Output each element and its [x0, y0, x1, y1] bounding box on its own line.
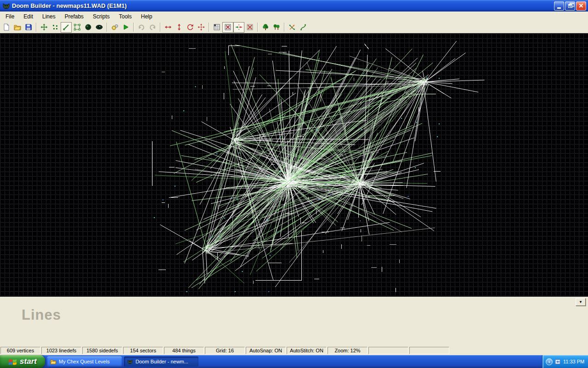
things-icon — [85, 23, 92, 31]
menubar: File Edit Lines Prefabs Scripts Tools He… — [0, 12, 588, 21]
close-icon: ✕ — [579, 3, 584, 9]
status-autosnap: AutoSnap: ON — [246, 347, 286, 354]
statusbar: 609 vertices 1023 linedefs 1580 sidedefs… — [0, 346, 588, 355]
menu-item-scripts[interactable]: Scripts — [88, 12, 114, 21]
trees-icon — [273, 23, 280, 31]
eye-icon — [96, 23, 103, 31]
windows-flag-icon — [8, 358, 17, 366]
start-button-label: start — [20, 357, 37, 366]
status-zoom: Zoom: 12% — [328, 347, 368, 354]
tree-icon — [262, 23, 269, 31]
toolbar — [0, 21, 588, 34]
lines-icon — [62, 23, 70, 31]
toolbar-separator — [209, 23, 209, 32]
menu-item-lines[interactable]: Lines — [38, 12, 60, 21]
doom-builder-icon — [127, 359, 133, 365]
flip-vertical-icon — [175, 23, 183, 31]
tray-update-icon[interactable] — [554, 358, 561, 365]
vertices-icon — [51, 23, 59, 31]
mode-panel-title: Lines — [22, 307, 61, 323]
window-controls: ✕ — [554, 1, 586, 11]
minimize-icon — [557, 7, 561, 9]
test-options-button[interactable] — [109, 22, 120, 33]
sectors-icon — [74, 23, 81, 31]
play-icon — [122, 23, 130, 31]
open-map-button[interactable] — [12, 22, 23, 33]
run-map-button[interactable] — [120, 22, 131, 33]
vertices-mode-button[interactable] — [50, 22, 61, 33]
curve-lines-icon — [300, 23, 307, 31]
things-mode-button[interactable] — [83, 22, 94, 33]
new-file-icon — [3, 23, 10, 31]
status-extra-1 — [368, 347, 408, 354]
sectors-mode-button[interactable] — [72, 22, 83, 33]
snap-to-grid-button[interactable] — [233, 22, 244, 33]
toolbar-separator — [284, 23, 285, 32]
status-sectors: 154 sectors — [123, 347, 163, 354]
flip-vertical-button[interactable] — [174, 22, 185, 33]
redo-button[interactable] — [147, 22, 158, 33]
tray-chevron-icon[interactable]: ‹ — [546, 358, 553, 365]
taskbar-button-chex-quest-levels[interactable]: My Chex Quest Levels — [47, 356, 122, 367]
status-autostitch: AutoStitch: ON — [287, 347, 327, 354]
taskbar-button-label: My Chex Quest Levels — [59, 359, 110, 364]
toolbar-separator — [36, 23, 37, 32]
undo-button[interactable] — [136, 22, 147, 33]
move-mode-button[interactable] — [39, 22, 50, 33]
gears-icon — [111, 23, 119, 31]
save-map-button[interactable] — [23, 22, 34, 33]
close-button[interactable]: ✕ — [576, 1, 586, 11]
chevron-down-icon: ▼ — [579, 300, 582, 304]
flip-horizontal-icon — [164, 23, 172, 31]
menu-item-file[interactable]: File — [1, 12, 19, 21]
restore-button[interactable] — [565, 1, 575, 11]
titlebar: Doom Builder - newmaps11.WAD (E1M1) ✕ — [0, 0, 588, 12]
start-button[interactable]: start — [0, 355, 45, 368]
open-folder-icon — [14, 23, 21, 31]
grid-setup-icon — [224, 23, 232, 31]
folder-icon — [50, 359, 57, 364]
taskbar-button-doom-builder[interactable]: Doom Builder - newm... — [124, 356, 198, 367]
panel-dropdown-button[interactable]: ▼ — [576, 298, 586, 306]
insert-prefab-button[interactable] — [260, 22, 271, 33]
new-map-button[interactable] — [1, 22, 12, 33]
minimize-button[interactable] — [554, 1, 564, 11]
toolbar-separator — [160, 23, 161, 32]
status-linedefs: 1023 linedefs — [41, 347, 81, 354]
toolbar-separator — [133, 23, 134, 32]
insert-previous-prefab-button[interactable] — [271, 22, 282, 33]
grid-button[interactable] — [211, 22, 222, 33]
split-lines-button[interactable] — [287, 22, 298, 33]
map-canvas[interactable] — [0, 34, 588, 297]
grid-icon — [213, 23, 220, 31]
resize-icon — [198, 23, 205, 31]
taskbar-button-label: Doom Builder - newm... — [136, 359, 188, 364]
rotate-icon — [187, 23, 194, 31]
stitch-vertices-button[interactable] — [244, 22, 255, 33]
system-tray: ‹ 11:33 PM — [542, 355, 588, 368]
edit-mode-panel: Lines ▼ — [0, 297, 588, 346]
menu-item-edit[interactable]: Edit — [19, 12, 38, 21]
flip-horizontal-button[interactable] — [163, 22, 174, 33]
move-icon — [40, 23, 48, 31]
tray-clock: 11:33 PM — [563, 359, 584, 364]
window-title: Doom Builder - newmaps11.WAD (E1M1) — [12, 2, 554, 9]
rotate-button[interactable] — [185, 22, 196, 33]
curve-lines-button[interactable] — [298, 22, 309, 33]
menu-item-prefabs[interactable]: Prefabs — [60, 12, 88, 21]
menu-item-help[interactable]: Help — [136, 12, 157, 21]
taskbar: start My Chex Quest Levels Doom Builder … — [0, 355, 588, 368]
status-sidedefs: 1580 sidedefs — [82, 347, 122, 354]
lines-mode-button[interactable] — [61, 22, 72, 33]
map-wireframe — [0, 34, 588, 297]
undo-icon — [138, 23, 145, 31]
status-things: 484 things — [164, 347, 204, 354]
grid-setup-button[interactable] — [222, 22, 233, 33]
3d-mode-button[interactable] — [94, 22, 105, 33]
doom-builder-window: Doom Builder - newmaps11.WAD (E1M1) ✕ Fi… — [0, 0, 588, 368]
resize-button[interactable] — [196, 22, 207, 33]
menu-item-tools[interactable]: Tools — [114, 12, 136, 21]
split-lines-icon — [288, 23, 296, 31]
status-extra-2 — [409, 347, 449, 354]
save-icon — [25, 23, 32, 31]
